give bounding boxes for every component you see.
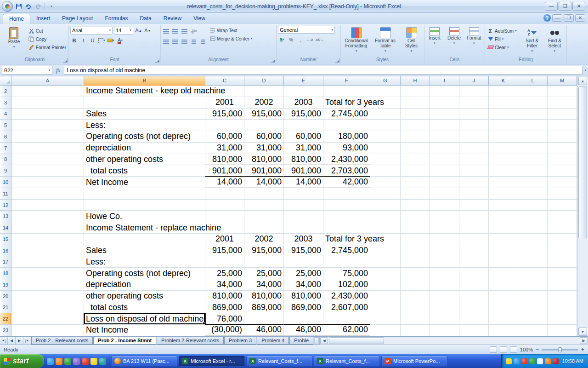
cell-D21[interactable]: 869,000 <box>244 302 284 314</box>
cut-button[interactable]: Cut <box>28 27 67 34</box>
fill-button[interactable]: Fill▾ <box>486 35 520 43</box>
cell-M17[interactable] <box>548 256 577 268</box>
borders-button[interactable]: ▾ <box>98 37 106 45</box>
first-sheet-button[interactable]: ⯇| <box>0 337 8 345</box>
accounting-format-button[interactable]: $▾ <box>278 36 286 44</box>
help-button[interactable]: ? <box>543 14 551 22</box>
cell-I6[interactable] <box>430 131 459 143</box>
format-as-table-button[interactable]: Format as Table ▾ <box>373 26 398 57</box>
column-header-C[interactable]: C <box>205 76 244 86</box>
cell-A17[interactable] <box>11 256 84 268</box>
sheet-tab-problem-4[interactable]: Problem 4 <box>257 337 289 345</box>
cell-F16[interactable]: 2,745,000 <box>323 245 370 257</box>
cell-B18[interactable]: Operating costs (not deprec) <box>84 268 205 279</box>
cell-L19[interactable] <box>518 279 548 291</box>
tray-icon-7[interactable] <box>553 358 559 364</box>
row-header-14[interactable]: 14 <box>0 222 11 234</box>
column-header-K[interactable]: K <box>489 76 518 86</box>
workbook-restore-button[interactable]: ❐ <box>564 14 574 22</box>
tab-page-layout[interactable]: Page Layout <box>56 14 99 24</box>
cell-F19[interactable]: 102,000 <box>323 279 370 291</box>
cell-I21[interactable] <box>430 302 459 314</box>
wrap-text-button[interactable]: Wrap Text <box>209 27 253 34</box>
cell-E2[interactable] <box>284 86 323 97</box>
cell-L8[interactable] <box>518 154 548 166</box>
cell-C8[interactable]: 810,000 <box>205 154 244 166</box>
format-painter-button[interactable]: Format Painter <box>28 44 67 51</box>
font-dialog-launcher[interactable] <box>155 58 159 63</box>
quicklaunch-icon-7[interactable] <box>99 358 106 365</box>
quicklaunch-icon-6[interactable] <box>90 358 97 365</box>
taskbar-window-excel[interactable]: XRelevant_Costs_f... <box>314 356 380 367</box>
cell-L3[interactable] <box>518 97 548 109</box>
cell-M15[interactable] <box>548 234 577 245</box>
cell-K4[interactable] <box>489 109 518 120</box>
cell-I2[interactable] <box>430 86 459 97</box>
quicklaunch-icon-5[interactable] <box>82 358 89 365</box>
clipboard-dialog-launcher[interactable] <box>63 58 68 63</box>
cell-G6[interactable] <box>370 131 401 143</box>
alignment-dialog-launcher[interactable] <box>271 58 275 63</box>
cell-D11[interactable] <box>244 188 284 200</box>
cell-A15[interactable] <box>11 234 84 245</box>
cell-L21[interactable] <box>518 302 548 314</box>
column-header-H[interactable]: H <box>401 76 430 86</box>
cell-H3[interactable] <box>401 97 430 109</box>
cell-E9[interactable]: 901,000 <box>284 165 323 177</box>
cell-E20[interactable]: 810,000 <box>284 291 323 302</box>
cell-A4[interactable] <box>11 109 84 120</box>
cell-C7[interactable]: 31,000 <box>205 143 244 154</box>
cell-L6[interactable] <box>518 131 548 143</box>
column-header-L[interactable]: L <box>518 76 548 86</box>
cell-J11[interactable] <box>459 188 489 200</box>
cell-M2[interactable] <box>548 86 577 97</box>
cell-D4[interactable]: 915,000 <box>244 109 284 120</box>
row-header-3[interactable]: 3 <box>0 97 11 109</box>
cell-K23[interactable] <box>489 325 518 336</box>
cell-M23[interactable] <box>548 325 577 336</box>
cell-K9[interactable] <box>489 165 518 177</box>
cell-F10[interactable]: 42,000 <box>323 177 370 188</box>
cell-G11[interactable] <box>370 188 401 200</box>
row-header-15[interactable]: 15 <box>0 234 11 245</box>
sheet-tab-problem-3[interactable]: Problem 3 <box>224 337 256 345</box>
cell-D20[interactable]: 810,000 <box>244 291 284 302</box>
cell-J3[interactable] <box>459 97 489 109</box>
cell-C10[interactable]: 14,000 <box>205 177 244 188</box>
cell-B2[interactable]: Income Statement - keep old machine <box>84 86 205 97</box>
italic-button[interactable]: I <box>79 37 87 45</box>
row-header-17[interactable]: 17 <box>0 256 11 268</box>
cell-C22[interactable]: 76,000 <box>205 313 244 325</box>
cell-I4[interactable] <box>430 109 459 120</box>
cell-J20[interactable] <box>459 291 489 302</box>
font-size-combo[interactable]: 14▾ <box>114 27 133 34</box>
cell-E12[interactable] <box>284 200 323 211</box>
start-button[interactable]: start <box>0 354 44 368</box>
cell-H11[interactable] <box>401 188 430 200</box>
cell-E3[interactable]: 2003 <box>284 97 323 109</box>
cell-E14[interactable] <box>284 222 323 234</box>
cell-L13[interactable] <box>518 211 548 222</box>
quicklaunch-icon-4[interactable] <box>73 358 80 365</box>
sheet-tab-problem-2-relevant-costs[interactable]: Problem 2-Relevant costs <box>157 337 224 345</box>
column-header-B[interactable]: B <box>84 76 205 86</box>
cell-A11[interactable] <box>11 188 84 200</box>
cell-A10[interactable] <box>11 177 84 188</box>
cell-A16[interactable] <box>11 245 84 257</box>
cell-F3[interactable]: Total for 3 years <box>323 97 370 109</box>
cell-A19[interactable] <box>11 279 84 291</box>
cell-B14[interactable]: Income Statement - replace machine <box>84 222 205 234</box>
cell-J22[interactable] <box>459 313 489 325</box>
cell-D22[interactable] <box>244 313 284 325</box>
cell-E16[interactable]: 915,000 <box>284 245 323 257</box>
cell-M20[interactable] <box>548 291 577 302</box>
expand-formula-bar-icon[interactable]: ▾ <box>584 69 586 72</box>
cell-B13[interactable]: Howe Co. <box>84 211 205 222</box>
cell-F18[interactable]: 75,000 <box>323 268 370 279</box>
cell-A9[interactable] <box>11 165 84 177</box>
cell-I14[interactable] <box>430 222 459 234</box>
cell-B15[interactable] <box>84 234 205 245</box>
cell-C15[interactable]: 2001 <box>205 234 244 245</box>
cell-F7[interactable]: 93,000 <box>323 143 370 154</box>
column-header-J[interactable]: J <box>459 76 489 86</box>
